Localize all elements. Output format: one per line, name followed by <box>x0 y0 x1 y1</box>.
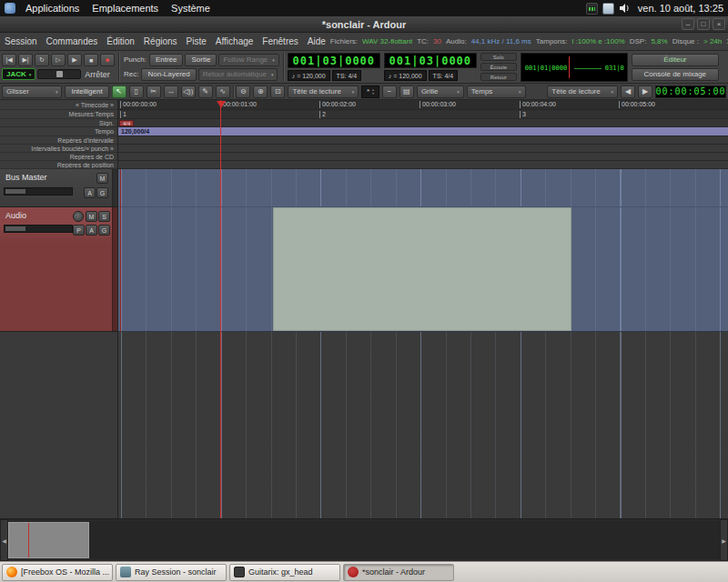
fader-handle[interactable] <box>5 226 25 231</box>
track-name-label[interactable]: Audio <box>5 211 26 220</box>
zoom-in-icon[interactable]: ⊕ <box>253 85 268 98</box>
grid-mode-dropdown[interactable]: Grille ▾ <box>417 85 464 98</box>
stretch-tool-icon[interactable]: ↔ <box>164 85 178 98</box>
volume-tray-icon[interactable] <box>619 3 631 15</box>
stop-button[interactable]: ■ <box>84 54 98 66</box>
ruler-label-loop-punch[interactable]: Intervalles bouclés/« punch » <box>0 145 117 153</box>
minimize-button[interactable]: – <box>682 18 694 30</box>
taskbar-item-ray-session[interactable]: Ray Session - sonclair <box>116 564 227 581</box>
menu-regions[interactable]: Régions <box>139 33 182 50</box>
automation-button[interactable]: A <box>86 225 97 236</box>
listen-indicator[interactable]: Écoute <box>480 63 517 71</box>
solo-button[interactable]: S <box>98 211 110 222</box>
solo-indicator[interactable]: Solo <box>480 53 517 61</box>
grid-unit-dropdown[interactable]: Temps ▾ <box>467 85 526 98</box>
summary-view-rectangle[interactable] <box>8 522 89 558</box>
jack-sync-button[interactable]: JACK ▾ <box>2 68 35 80</box>
taskbar-item-firefox[interactable]: [Freebox OS - Mozilla ... <box>2 564 113 581</box>
track-header-audio[interactable]: Audio M S P A G <box>0 207 117 332</box>
system-monitor-tray-icon[interactable] <box>586 3 598 15</box>
ruler-label-range-markers[interactable]: Repères d'intervalle <box>0 136 117 145</box>
display-tray-icon[interactable] <box>602 3 614 15</box>
summary-scroll-left-icon[interactable]: ◀ <box>0 519 8 561</box>
menu-session[interactable]: Session <box>0 33 42 50</box>
playhead-line[interactable] <box>220 100 221 169</box>
loop-punch-ruler[interactable] <box>118 145 728 153</box>
ruler-label-tempo[interactable]: Tempo <box>0 127 117 136</box>
visible-tracks-spinner[interactable]: * ▴ ▾ <box>361 85 379 98</box>
non-layered-button[interactable]: Non-Layered <box>141 68 196 81</box>
cd-markers-ruler[interactable] <box>118 153 728 161</box>
playhead-line[interactable] <box>220 169 221 518</box>
editor-window-button[interactable]: Éditeur <box>632 54 719 66</box>
fader-handle[interactable] <box>5 189 25 194</box>
ruler-label-meter[interactable]: Sign. <box>0 119 117 127</box>
track-header-bus-master[interactable]: Bus Master M A G <box>0 169 117 207</box>
menu-emplacements[interactable]: Emplacements <box>86 0 165 16</box>
bars-beats-ruler[interactable]: 1 2 3 <box>118 110 728 119</box>
go-start-button[interactable]: |◀ <box>2 54 16 66</box>
nudge-back-icon[interactable]: ◀ <box>621 85 635 98</box>
play-button[interactable]: ▶ <box>67 54 82 66</box>
zoom-focus-dropdown[interactable]: Tête de lecture ▾ <box>288 85 359 98</box>
mute-button[interactable]: M <box>86 211 97 222</box>
shrink-tracks-icon[interactable]: − <box>382 85 397 98</box>
audition-tool-icon[interactable]: ◁)) <box>181 85 196 98</box>
follow-range-dropdown[interactable]: Follow Range ▾ <box>218 54 278 66</box>
menu-piste[interactable]: Piste <box>182 33 211 50</box>
feedback-indicator[interactable]: Retour <box>480 73 517 81</box>
menu-affichage[interactable]: Affichage <box>211 33 258 50</box>
meter-display[interactable]: TS: 4/4 <box>332 70 362 81</box>
shuttle-speed-control[interactable] <box>37 69 81 79</box>
window-titlebar[interactable]: *sonclair - Ardour – □ × <box>0 16 728 33</box>
smart-mode-button[interactable]: Intelligent <box>65 85 108 98</box>
tempo-marker[interactable]: 120,000/4 <box>121 127 149 136</box>
menu-systeme[interactable]: Système <box>165 0 217 16</box>
nudge-forward-icon[interactable]: ▶ <box>638 85 652 98</box>
location-markers-ruler[interactable] <box>118 161 728 169</box>
timecode-ruler[interactable]: 00:00:00:00 00:00:01:00 00:00:02:00 00:0… <box>118 100 728 110</box>
ruler-label-location-markers[interactable]: Repères de position <box>0 161 117 169</box>
tempo-display-2[interactable]: ♪ = 120,000 <box>384 70 427 81</box>
automation-button[interactable]: A <box>84 187 96 198</box>
punch-out-button[interactable]: Sortie <box>185 54 217 66</box>
mute-button[interactable]: M <box>96 173 108 184</box>
edit-point-dropdown[interactable]: Tête de lecture ▾ <box>547 85 618 98</box>
gain-fader[interactable] <box>4 225 73 233</box>
expand-tracks-icon[interactable]: ▤ <box>399 85 414 98</box>
track-name-label[interactable]: Bus Master <box>5 173 47 182</box>
group-button[interactable]: G <box>96 187 108 198</box>
meter-ruler[interactable]: 4/4 <box>118 119 728 127</box>
go-end-button[interactable]: ▶| <box>18 54 33 66</box>
primary-clock[interactable]: 001|03|0000 <box>288 53 380 68</box>
meter-marker[interactable]: 4/4 <box>119 120 134 126</box>
spinner-arrows[interactable]: ▴ ▾ <box>372 88 374 95</box>
play-selection-button[interactable]: ▷ <box>51 54 66 66</box>
nudge-clock[interactable]: 00:00:05:00 <box>655 85 726 98</box>
auto-return-dropdown[interactable]: Retour automatique ▾ <box>198 68 278 81</box>
applications-menu-icon[interactable] <box>5 3 15 14</box>
editor-canvas[interactable] <box>118 169 728 518</box>
loop-button[interactable]: ↻ <box>35 54 49 66</box>
secondary-clock[interactable]: 001|03|0000 <box>384 53 477 68</box>
playhead-marker[interactable] <box>217 101 226 108</box>
tempo-ruler[interactable]: 120,000/4 <box>118 127 728 136</box>
content-tool-icon[interactable]: ∿ <box>216 85 230 98</box>
range-markers-ruler[interactable] <box>118 136 728 145</box>
record-arm-button[interactable] <box>73 211 84 222</box>
gain-fader[interactable] <box>4 187 73 196</box>
menu-fenetres[interactable]: Fenêtres <box>258 33 302 50</box>
menu-commandes[interactable]: Commandes <box>42 33 103 50</box>
draw-tool-icon[interactable]: ✎ <box>198 85 213 98</box>
menu-edition[interactable]: Édition <box>102 33 139 50</box>
menu-applications[interactable]: Applications <box>19 0 86 16</box>
menu-aide[interactable]: Aide <box>303 33 330 50</box>
tempo-display[interactable]: ♪ = 120,000 <box>288 70 330 81</box>
spin-down-icon[interactable]: ▾ <box>372 92 374 95</box>
panel-clock[interactable]: ven. 10 août, 13:25 <box>631 3 728 14</box>
punch-in-button[interactable]: Entrée <box>149 54 184 66</box>
playlist-button[interactable]: P <box>73 225 85 236</box>
ruler-label-cd-markers[interactable]: Repères de CD <box>0 153 117 161</box>
ruler-label-timecode[interactable]: « Timecode » <box>0 100 117 110</box>
range-tool-icon[interactable]: ▯ <box>129 85 144 98</box>
